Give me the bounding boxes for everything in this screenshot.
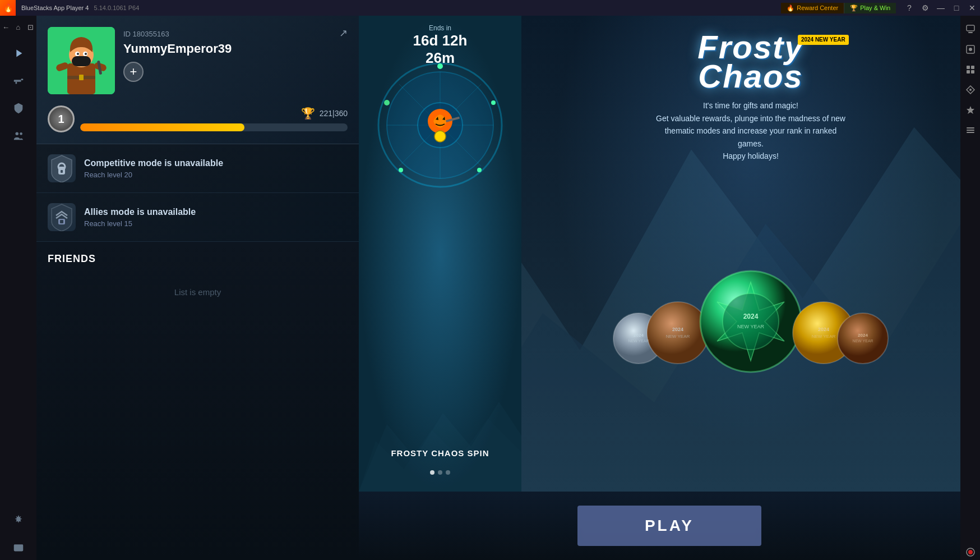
titlebar: 🔥 BlueStacks App Player 4 5.14.0.1061 P6… bbox=[0, 0, 980, 16]
svg-point-33 bbox=[491, 100, 496, 105]
svg-point-15 bbox=[85, 53, 87, 55]
svg-text:NEW YEAR: NEW YEAR bbox=[737, 324, 764, 329]
svg-marker-0 bbox=[16, 50, 22, 57]
allies-mode-title: Allies mode is unavailable bbox=[84, 207, 348, 217]
title-controls: 🔥 Reward Center 🏆 Play & Win ? ⚙ — □ ✕ bbox=[781, 0, 980, 16]
svg-text:2024: 2024 bbox=[818, 327, 829, 332]
event-rewards: 2024 NEW YEAR 2024 NEW YEAR 2024 NEW YEA… bbox=[533, 173, 969, 480]
friends-icon bbox=[12, 130, 25, 142]
carousel-dot-1[interactable] bbox=[430, 470, 434, 475]
event-panel: Frosty Chaos 2024 NEW YEAR It's time for… bbox=[521, 16, 980, 492]
recent-button[interactable]: ⊡ bbox=[25, 21, 36, 33]
svg-text:NEW YEAR: NEW YEAR bbox=[812, 334, 836, 339]
competitive-mode-title: Competitive mode is unavailable bbox=[84, 158, 348, 168]
svg-rect-11 bbox=[72, 56, 91, 66]
profile-section: ↗ bbox=[36, 16, 359, 144]
trophy-icon: 🏆 bbox=[301, 107, 315, 120]
sidebar-item-friends[interactable] bbox=[8, 125, 29, 146]
share-button[interactable]: ↗ bbox=[339, 27, 348, 39]
event-title: Frosty Chaos 2024 NEW YEAR bbox=[697, 33, 803, 91]
svg-rect-23 bbox=[61, 170, 63, 173]
window-controls: ? ⚙ — □ ✕ bbox=[902, 0, 980, 16]
competitive-mode-subtitle: Reach level 20 bbox=[84, 171, 348, 179]
left-navbar: ← ⌂ ⊡ bbox=[0, 16, 36, 560]
modes-section: Competitive mode is unavailable Reach le… bbox=[36, 144, 359, 242]
allies-lock-icon bbox=[49, 203, 74, 231]
play-button[interactable]: PLAY bbox=[577, 506, 761, 546]
carousel-dot-2[interactable] bbox=[438, 470, 442, 475]
profile-name: YummyEmperor39 bbox=[123, 42, 348, 56]
play-win-btn[interactable]: 🏆 Play & Win bbox=[844, 3, 896, 13]
competitive-mode-icon bbox=[48, 154, 76, 182]
reward-center-btn[interactable]: 🔥 Reward Center bbox=[781, 3, 844, 13]
settings-icon bbox=[12, 514, 25, 526]
fire-icon: 🔥 bbox=[787, 4, 794, 12]
game-area: ↗ bbox=[36, 16, 980, 560]
spin-content bbox=[359, 16, 521, 492]
profile-id: ID 180355163 bbox=[123, 30, 348, 38]
svg-point-34 bbox=[477, 168, 482, 172]
spin-wheel bbox=[376, 61, 505, 190]
xp-value: 221|360 bbox=[320, 109, 348, 118]
svg-point-5 bbox=[20, 132, 22, 135]
settings-window-button[interactable]: ⚙ bbox=[917, 0, 933, 16]
mail-icon bbox=[12, 541, 25, 554]
svg-text:NEW YEAR: NEW YEAR bbox=[666, 334, 690, 339]
ends-in-label: Ends in bbox=[400, 24, 481, 32]
minimize-button[interactable]: — bbox=[933, 0, 949, 16]
nav-row: ← ⌂ ⊡ bbox=[1, 21, 36, 33]
event-description: It's time for gifts and magic! Get valua… bbox=[656, 99, 845, 162]
sidebar-item-weapons[interactable] bbox=[8, 70, 29, 91]
allies-mode-subtitle: Reach level 15 bbox=[84, 219, 348, 228]
sidebar-item-play[interactable] bbox=[8, 43, 29, 64]
spin-timer: Ends in 16d 12h 26m bbox=[400, 24, 481, 67]
sidebar-item-achievements[interactable] bbox=[8, 98, 29, 119]
friends-section: FRIENDS List is empty bbox=[36, 242, 359, 560]
back-button[interactable]: ← bbox=[1, 21, 12, 33]
level-badge: 1 bbox=[48, 105, 75, 132]
svg-text:2024: 2024 bbox=[672, 327, 683, 332]
shield-nav-icon bbox=[12, 102, 25, 114]
svg-point-4 bbox=[15, 132, 19, 136]
play-icon bbox=[12, 47, 25, 59]
event-content: Frosty Chaos 2024 NEW YEAR It's time for… bbox=[521, 16, 980, 492]
svg-text:2024: 2024 bbox=[743, 313, 759, 320]
carousel-dots bbox=[430, 470, 450, 475]
toolbar-icon-record[interactable] bbox=[963, 544, 978, 560]
friends-empty: List is empty bbox=[48, 287, 348, 297]
sidebar-item-mail[interactable] bbox=[8, 537, 29, 558]
add-friend-button[interactable]: + bbox=[123, 62, 144, 82]
svg-rect-2 bbox=[21, 79, 23, 80]
spin-panel[interactable]: Ends in 16d 12h 26m bbox=[359, 16, 521, 492]
xp-bar-container: 1 🏆 221|360 bbox=[48, 105, 348, 132]
svg-point-14 bbox=[77, 53, 79, 55]
allies-mode-icon bbox=[48, 203, 76, 231]
carousel-dot-3[interactable] bbox=[446, 470, 450, 475]
wheel-svg bbox=[376, 61, 505, 190]
home-button[interactable]: ⌂ bbox=[13, 21, 24, 33]
svg-rect-25 bbox=[60, 220, 63, 223]
svg-text:NEW YEAR: NEW YEAR bbox=[852, 339, 873, 343]
competitive-lock-icon bbox=[49, 154, 74, 182]
svg-point-50 bbox=[838, 313, 888, 364]
left-panel: ↗ bbox=[36, 16, 359, 560]
allies-mode-row[interactable]: Allies mode is unavailable Reach level 1… bbox=[36, 193, 359, 242]
competitive-mode-row[interactable]: Competitive mode is unavailable Reach le… bbox=[36, 144, 359, 193]
xp-bar: 🏆 221|360 bbox=[80, 107, 348, 131]
play-button-container: PLAY bbox=[359, 492, 980, 560]
xp-bar-track bbox=[80, 123, 348, 131]
spin-title: FROSTY CHAOS SPIN bbox=[391, 448, 489, 458]
sidebar-item-settings[interactable] bbox=[8, 509, 29, 531]
svg-text:NEW YEAR: NEW YEAR bbox=[628, 339, 649, 343]
maximize-button[interactable]: □ bbox=[949, 0, 964, 16]
svg-text:2024: 2024 bbox=[858, 333, 868, 338]
close-button[interactable]: ✕ bbox=[964, 0, 980, 16]
trophy-icon-small: 🏆 bbox=[850, 4, 858, 12]
help-button[interactable]: ? bbox=[902, 0, 917, 16]
xp-bar-fill bbox=[80, 123, 244, 131]
svg-point-35 bbox=[399, 168, 403, 172]
svg-point-73 bbox=[968, 550, 973, 554]
svg-point-44 bbox=[647, 302, 709, 364]
year-badge: 2024 NEW YEAR bbox=[798, 35, 849, 45]
svg-point-42 bbox=[434, 131, 446, 142]
